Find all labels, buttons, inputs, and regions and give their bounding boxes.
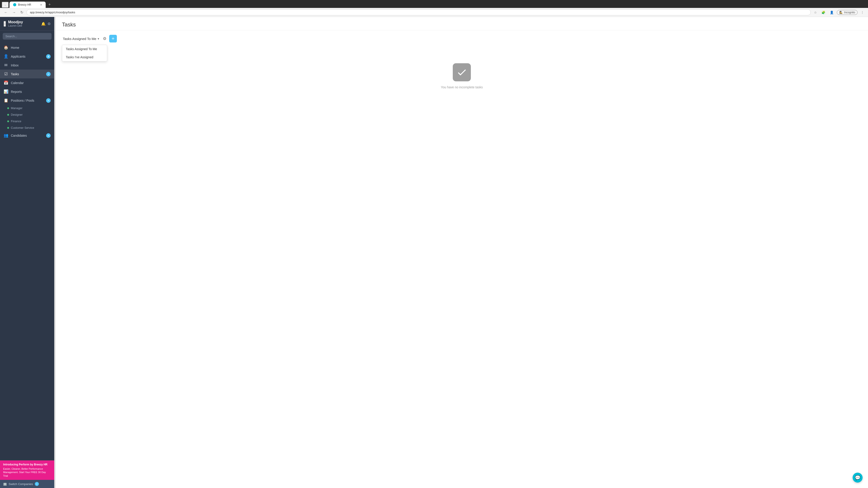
promo-title: Introducing Perform by Breezy HR: [3, 463, 51, 466]
extensions-btn[interactable]: 🧩: [820, 10, 827, 15]
sidebar-item-label: Inbox: [11, 64, 51, 67]
tasks-dropdown-btn[interactable]: Tasks Assigned To Me ▾: [62, 35, 100, 42]
sidebar-item-candidates[interactable]: 👥 Candidates +: [0, 131, 54, 140]
sidebar-subitem-label: Finance: [11, 120, 21, 123]
url-bar[interactable]: app.breezy.hr/app/c/moodjoy/tasks: [26, 9, 811, 15]
tasks-dropdown-menu: Tasks Assigned To Me Tasks I've Assigned: [62, 45, 107, 61]
sidebar-item-label: Reports: [11, 90, 51, 94]
inbox-icon: ✉: [4, 63, 8, 68]
tab-prev-btn[interactable]: ⌄: [2, 2, 8, 8]
back-btn[interactable]: ←: [3, 9, 9, 15]
profile-btn[interactable]: 👤: [829, 10, 835, 15]
switch-companies-btn[interactable]: 🏢 Switch Companies +: [0, 480, 54, 488]
main-header: Tasks: [56, 17, 868, 30]
chat-fab[interactable]: 💬: [852, 473, 863, 483]
sidebar-item-label: Candidates: [11, 134, 43, 137]
sidebar-header-icons: 🔔 ⚙: [41, 22, 51, 26]
empty-check-icon: [453, 63, 471, 81]
sidebar-subitem-manager[interactable]: Manager: [0, 105, 54, 111]
sidebar-item-label: Applicants: [11, 55, 43, 58]
nav-actions: ☆ 🧩 👤 🕵 Incognito ⋮: [813, 10, 865, 15]
promo-banner[interactable]: Introducing Perform by Breezy HR Easier,…: [0, 460, 54, 480]
sidebar-nav: 🏠 Home 👤 Applicants 4 ✉ Inbox ☑ Tasks + …: [0, 42, 54, 460]
calendar-icon: 📅: [4, 80, 8, 85]
tab-title: Breezy HR: [18, 3, 31, 6]
main-content: Tasks Tasks Assigned To Me ▾ ⚙ + Tasks A…: [56, 17, 868, 488]
dropdown-arrow-icon: ▾: [98, 37, 99, 40]
finance-dot: [7, 121, 9, 122]
customer-service-dot: [7, 127, 9, 129]
reports-icon: 📊: [4, 89, 8, 94]
sidebar-bottom: Introducing Perform by Breezy HR Easier,…: [0, 460, 54, 488]
tasks-icon: ☑: [4, 72, 8, 76]
new-tab-btn[interactable]: +: [46, 1, 53, 8]
sidebar-item-positions-pools[interactable]: 📋 Positions / Pools +: [0, 96, 54, 105]
app: ‹ Moodjoy Lauren Dell 🔔 ⚙ 🏠 Home 👤 Appli…: [0, 17, 868, 488]
sidebar-item-home[interactable]: 🏠 Home: [0, 43, 54, 52]
url-text: app.breezy.hr/app/c/moodjoy/tasks: [30, 11, 807, 14]
active-tab[interactable]: Breezy HR ×: [9, 2, 46, 8]
sidebar-item-applicants[interactable]: 👤 Applicants 4: [0, 52, 54, 61]
applicants-icon: 👤: [4, 54, 8, 59]
sidebar-brand: Moodjoy Lauren Dell: [8, 20, 39, 27]
tasks-toolbar: Tasks Assigned To Me ▾ ⚙ + Tasks Assigne…: [62, 35, 862, 42]
dropdown-item-ive-assigned[interactable]: Tasks I've Assigned: [62, 53, 107, 61]
sidebar-subitem-finance[interactable]: Finance: [0, 118, 54, 125]
positions-badge: +: [46, 98, 51, 103]
sidebar-item-inbox[interactable]: ✉ Inbox: [0, 61, 54, 70]
sidebar-subitem-label: Designer: [11, 113, 23, 116]
tab-favicon: [13, 3, 16, 6]
reload-btn[interactable]: ↻: [19, 9, 25, 15]
page-title: Tasks: [62, 22, 862, 28]
sidebar-header: ‹ Moodjoy Lauren Dell 🔔 ⚙: [0, 17, 54, 31]
notification-icon[interactable]: 🔔: [41, 22, 46, 26]
sidebar-subitem-customer-service[interactable]: Customer Service: [0, 125, 54, 131]
sidebar-subitem-label: Customer Service: [11, 126, 34, 129]
sidebar-item-label: Positions / Pools: [11, 99, 43, 102]
tasks-settings-btn[interactable]: ⚙: [103, 36, 106, 41]
candidates-badge: +: [46, 133, 51, 138]
switch-companies-label: Switch Companies: [8, 482, 33, 486]
switch-companies-icon: 🏢: [3, 482, 7, 486]
incognito-icon: 🕵: [839, 11, 843, 14]
manager-dot: [7, 107, 9, 109]
sidebar-item-label: Tasks: [11, 72, 43, 76]
candidates-icon: 👥: [4, 133, 8, 138]
checkmark-icon: [456, 67, 467, 78]
sidebar-item-label: Home: [11, 46, 51, 50]
sidebar-subitem-label: Manager: [11, 106, 22, 110]
bookmark-btn[interactable]: ☆: [813, 10, 818, 15]
tasks-add-btn[interactable]: +: [109, 35, 117, 42]
tab-bar: ⌄ Breezy HR × +: [0, 0, 868, 8]
sidebar-item-tasks[interactable]: ☑ Tasks +: [0, 70, 54, 78]
empty-state: You have no incomplete tasks: [62, 45, 862, 107]
promo-body: Easier, Cleaner, Better Performance Mana…: [3, 467, 51, 478]
menu-btn[interactable]: ⋮: [860, 10, 865, 15]
sidebar-item-label: Calendar: [11, 81, 51, 85]
dropdown-item-assigned-to-me[interactable]: Tasks Assigned To Me: [62, 45, 107, 53]
brand-name: Moodjoy: [8, 20, 39, 24]
add-icon: +: [112, 36, 115, 41]
forward-btn[interactable]: →: [11, 9, 17, 15]
chat-icon: 💬: [855, 475, 861, 480]
home-icon: 🏠: [4, 45, 8, 50]
designer-dot: [7, 114, 9, 116]
sidebar-back-btn[interactable]: ‹: [4, 21, 6, 27]
applicants-badge: 4: [46, 54, 51, 59]
incognito-label: Incognito: [844, 11, 855, 14]
search-input[interactable]: [3, 33, 52, 39]
sidebar: ‹ Moodjoy Lauren Dell 🔔 ⚙ 🏠 Home 👤 Appli…: [0, 17, 54, 488]
settings-icon[interactable]: ⚙: [48, 22, 51, 26]
tasks-badge: +: [46, 72, 51, 76]
sidebar-item-calendar[interactable]: 📅 Calendar: [0, 78, 54, 87]
sidebar-search: [0, 31, 54, 42]
tab-close-btn[interactable]: ×: [40, 3, 42, 6]
browser-nav-bar: ← → ↻ app.breezy.hr/app/c/moodjoy/tasks …: [0, 8, 868, 17]
switch-companies-badge: +: [35, 482, 39, 486]
sidebar-item-reports[interactable]: 📊 Reports: [0, 87, 54, 96]
sidebar-subitem-designer[interactable]: Designer: [0, 111, 54, 118]
brand-user: Lauren Dell: [8, 24, 39, 27]
main-body: Tasks Assigned To Me ▾ ⚙ + Tasks Assigne…: [56, 30, 868, 488]
empty-state-message: You have no incomplete tasks: [441, 86, 483, 89]
incognito-badge: 🕵 Incognito: [837, 10, 858, 15]
